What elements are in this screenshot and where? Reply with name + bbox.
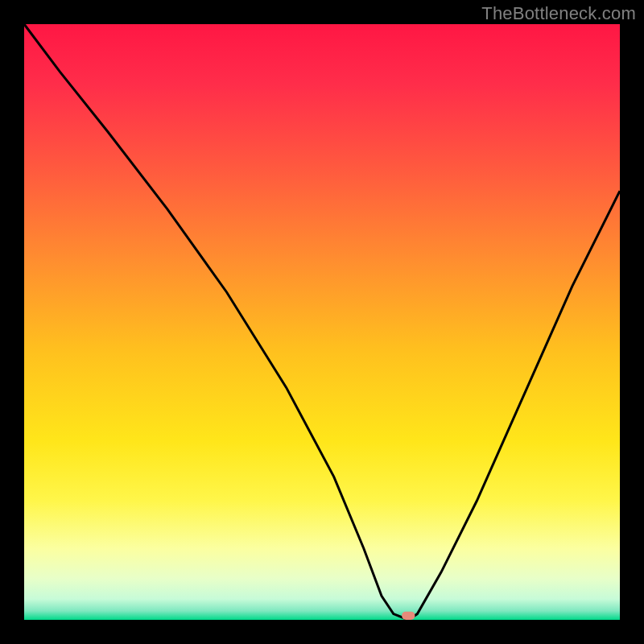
plot-background bbox=[24, 24, 620, 620]
optimal-marker bbox=[402, 612, 415, 620]
bottleneck-chart bbox=[0, 0, 644, 644]
watermark-text: TheBottleneck.com bbox=[481, 3, 636, 24]
